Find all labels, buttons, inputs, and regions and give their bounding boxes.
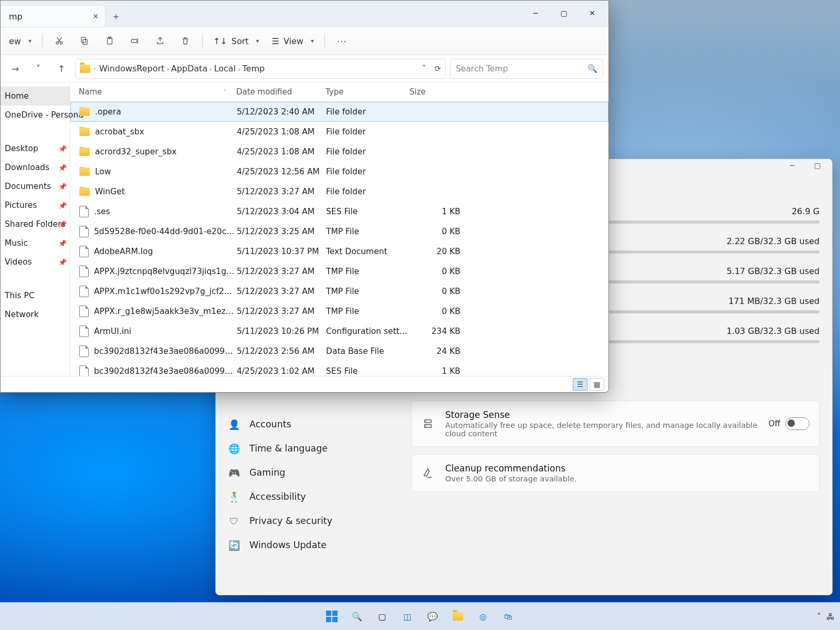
breadcrumb-segment[interactable]: AppData (171, 64, 207, 74)
settings-nav-item[interactable]: 🕺Accessibility (221, 485, 400, 509)
new-tab-button[interactable]: ＋ (106, 6, 127, 27)
settings-nav-item[interactable]: 🛡Privacy & security (221, 509, 400, 533)
storage-sense-card[interactable]: Storage Sense Automatically free up spac… (411, 401, 820, 447)
recent-locations-button[interactable]: ˅ (29, 59, 48, 78)
explorer-file-list: Name ˄ Date modified Type Size .opera5/1… (70, 82, 608, 376)
copy-button[interactable] (73, 30, 96, 51)
settings-nav-icon: 🎮 (228, 467, 240, 478)
search-input[interactable]: Search Temp 🔍 (450, 59, 603, 79)
settings-maximize-button[interactable]: ▢ (805, 159, 830, 172)
sidebar-item-label: Desktop (5, 144, 38, 153)
settings-nav-item[interactable]: 👤Accounts (221, 412, 400, 436)
column-type[interactable]: Type (326, 87, 410, 97)
column-name[interactable]: Name ˄ (79, 87, 236, 97)
taskbar-file-explorer[interactable] (449, 607, 467, 625)
file-row[interactable]: 5d59528e-f0e0-44dd-9d01-e20c748d067f....… (70, 222, 608, 242)
tray-network-icon[interactable]: 🖧 (826, 612, 835, 622)
settings-nav-item[interactable]: 🎮Gaming (221, 460, 400, 485)
file-row[interactable]: .opera5/12/2023 2:40 AMFile folder (70, 102, 608, 122)
file-row[interactable]: ArmUI.ini5/11/2023 10:26 PMConfiguration… (70, 321, 608, 341)
share-button[interactable] (149, 30, 172, 51)
explorer-tab[interactable]: mp ✕ (1, 6, 106, 27)
file-date: 4/25/2023 1:02 AM (237, 366, 326, 376)
rename-button[interactable] (123, 30, 146, 51)
sidebar-item-quick[interactable]: Documents📌 (1, 177, 70, 196)
cut-button[interactable] (48, 30, 71, 51)
close-button[interactable]: ✕ (578, 4, 606, 23)
up-button[interactable]: ↑ (52, 59, 71, 78)
new-button[interactable]: ew (4, 30, 37, 51)
file-row[interactable]: acrord32_super_sbx4/25/2023 1:08 AMFile … (70, 142, 608, 162)
breadcrumb-segment[interactable]: WindowsReport (99, 64, 164, 74)
file-icon (79, 266, 89, 277)
breadcrumb-segment[interactable]: Local (214, 64, 236, 74)
file-size: 24 KB (410, 346, 473, 356)
sidebar-item-quick[interactable]: Music📌 (1, 234, 70, 253)
file-row[interactable]: Low4/25/2023 12:56 AMFile folder (70, 162, 608, 182)
column-date[interactable]: Date modified (236, 87, 326, 97)
system-tray[interactable]: ˄ 🖧 (817, 612, 835, 622)
chat-button[interactable]: 💬 (424, 607, 442, 625)
file-row[interactable]: APPX.j9ztcnpq8elvguqzl73jiqs1g.tmp5/12/2… (70, 261, 608, 281)
file-row[interactable]: APPX.r_g1e8wj5aakk3e3v_m1ezg0h.tmp5/12/2… (70, 301, 608, 321)
delete-button[interactable] (174, 30, 197, 51)
cleanup-subtitle: Over 5.00 GB of storage available. (445, 475, 810, 483)
maximize-button[interactable]: ▢ (550, 4, 578, 23)
sidebar-item-onedrive[interactable]: OneDrive - Persona (1, 106, 70, 124)
storage-sense-toggle[interactable]: Off (769, 417, 810, 430)
sidebar-item-this-pc[interactable]: This PC (1, 286, 70, 305)
breadcrumb-segment[interactable]: Temp (243, 64, 265, 74)
cleanup-recommendations-card[interactable]: Cleanup recommendations Over 5.00 GB of … (411, 454, 820, 492)
file-size: 0 KB (410, 287, 473, 296)
column-size[interactable]: Size (410, 87, 472, 97)
file-row[interactable]: .ses5/12/2023 3:04 AMSES File1 KB (70, 202, 608, 222)
taskbar-search-button[interactable]: 🔍 (348, 607, 366, 625)
task-view-button[interactable]: ▢ (373, 607, 391, 625)
sidebar-item-quick[interactable]: Desktop📌 (1, 139, 70, 158)
paste-button[interactable] (98, 30, 121, 51)
sidebar-item-quick[interactable]: Downloads📌 (1, 158, 70, 177)
minimize-button[interactable]: ─ (521, 4, 550, 23)
sidebar-item-quick[interactable]: Shared Folders📌 (1, 215, 70, 234)
file-icon (79, 345, 89, 357)
explorer-status-bar: ☰ ▦ (1, 376, 608, 392)
file-row[interactable]: bc3902d8132f43e3ae086a009979fa88.db.ses4… (70, 361, 608, 376)
sidebar-item-quick[interactable]: Videos📌 (1, 253, 70, 271)
file-row[interactable]: bc3902d8132f43e3ae086a009979fa88.db5/12/… (70, 341, 608, 361)
start-button[interactable] (323, 607, 341, 625)
tab-close-button[interactable]: ✕ (92, 12, 99, 20)
taskbar-edge[interactable]: ◎ (474, 607, 492, 625)
file-name: acrord32_super_sbx (95, 147, 176, 156)
settings-nav-item[interactable]: 🌐Time & language (221, 436, 400, 460)
svg-rect-8 (81, 37, 86, 43)
large-icons-view-button[interactable]: ▦ (590, 378, 604, 391)
file-type: File folder (326, 107, 410, 117)
settings-nav-item[interactable]: 🔄Windows Update (221, 533, 400, 557)
details-view-button[interactable]: ☰ (573, 378, 587, 391)
breadcrumb-dropdown-button[interactable]: ˅ (422, 64, 426, 74)
sort-button[interactable]: ↑↓ Sort (208, 30, 265, 51)
svg-rect-11 (131, 39, 137, 43)
column-label: Size (410, 87, 426, 97)
file-row[interactable]: WinGet5/12/2023 3:27 AMFile folder (70, 182, 608, 202)
sidebar-item-quick[interactable]: Pictures📌 (1, 196, 70, 215)
sidebar-item-label: OneDrive - Persona (5, 110, 83, 120)
widgets-button[interactable]: ◫ (398, 607, 416, 625)
file-type: File folder (326, 147, 410, 156)
file-row[interactable]: acrobat_sbx4/25/2023 1:08 AMFile folder (70, 122, 608, 142)
chevron-right-icon: › (164, 66, 171, 73)
file-row[interactable]: APPX.m1c1wf0o1s292vp7g_jcf271g.tmp5/12/2… (70, 281, 608, 301)
forward-button[interactable]: → (6, 59, 25, 78)
breadcrumb[interactable]: › WindowsReport › AppData › Local › Temp… (75, 59, 446, 79)
settings-minimize-button[interactable]: ─ (780, 159, 805, 172)
file-name: APPX.j9ztcnpq8elvguqzl73jiqs1g.tmp (94, 267, 237, 276)
toggle-pill[interactable] (785, 417, 810, 430)
file-row[interactable]: AdobeARM.log5/11/2023 10:37 PMText Docum… (70, 242, 608, 261)
sidebar-item-home[interactable]: Home (1, 87, 70, 106)
taskbar-store[interactable]: 🛍 (499, 607, 517, 625)
view-button[interactable]: ☰ View (267, 30, 319, 51)
sidebar-item-network[interactable]: Network (1, 305, 70, 324)
more-button[interactable]: ⋯ (330, 30, 353, 51)
tray-expand-icon[interactable]: ˄ (817, 612, 821, 622)
refresh-button[interactable]: ⟳ (434, 64, 441, 74)
